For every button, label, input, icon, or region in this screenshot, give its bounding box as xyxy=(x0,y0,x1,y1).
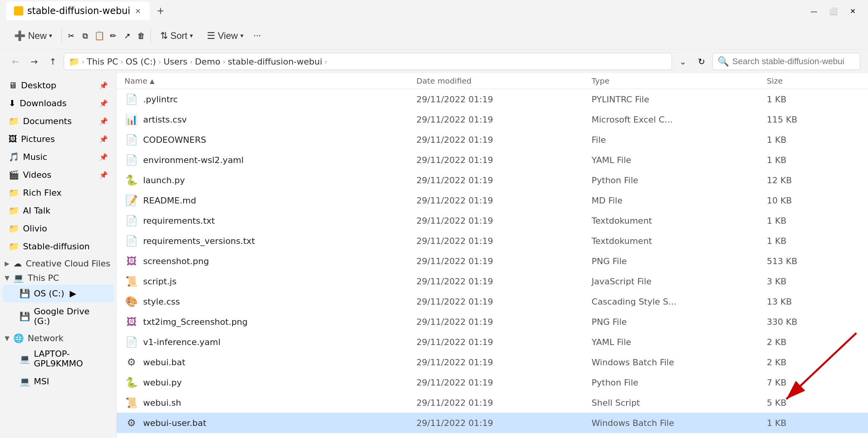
pictures-icon: 🖼 xyxy=(9,134,17,144)
table-row[interactable]: 📄 environment-wsl2.yaml 29/11/2022 01:19… xyxy=(117,150,868,170)
col-name-header[interactable]: Name ▲ xyxy=(124,76,416,86)
up-button[interactable]: ↑ xyxy=(45,54,61,69)
sort-button[interactable]: ⇅ Sort ▾ xyxy=(154,27,199,44)
table-row[interactable]: ⚙ webui.bat 29/11/2022 01:19 Windows Bat… xyxy=(117,352,868,372)
sort-icon: ⇅ xyxy=(160,30,168,41)
file-size: 1 KB xyxy=(767,135,860,145)
tab-close-button[interactable]: ✕ xyxy=(134,7,142,15)
share-button[interactable]: ↗ xyxy=(121,30,133,42)
new-tab-button[interactable]: + xyxy=(153,3,168,19)
file-date: 29/11/2022 01:19 xyxy=(416,196,592,205)
close-window-button[interactable]: ✕ xyxy=(844,3,862,19)
table-row[interactable]: 📝 README.md 29/11/2022 01:19 MD File 10 … xyxy=(117,190,868,210)
refresh-button[interactable]: ↻ xyxy=(694,54,709,69)
search-box[interactable]: 🔍 xyxy=(712,53,860,70)
forward-button[interactable]: → xyxy=(26,54,42,69)
sidebar-item-label-richflex: Rich Flex xyxy=(23,188,61,198)
sidebar-section-creative-cloud[interactable]: ▶ ☁ Creative Cloud Files xyxy=(0,256,116,270)
breadcrumb-sep-1: › xyxy=(121,58,123,66)
sidebar-item-stablediffusion[interactable]: 📁 Stable-diffusion xyxy=(2,238,114,255)
sidebar-item-music[interactable]: 🎵 Music 📌 xyxy=(2,148,114,166)
paste-button[interactable]: 📋 xyxy=(93,30,105,42)
sidebar-item-desktop[interactable]: 🖥 Desktop 📌 xyxy=(2,77,114,94)
table-row[interactable]: 📜 webui-user.sh 29/11/2022 01:19 Shell S… xyxy=(117,433,868,438)
sidebar-item-videos[interactable]: 🎬 Videos 📌 xyxy=(2,166,114,184)
pin-icon-desktop: 📌 xyxy=(99,81,108,89)
file-name-cell: 📄 CODEOWNERS xyxy=(124,133,416,147)
search-icon: 🔍 xyxy=(718,56,729,67)
table-row[interactable]: 📄 requirements.txt 29/11/2022 01:19 Text… xyxy=(117,210,868,231)
table-row[interactable]: 📜 webui.sh 29/11/2022 01:19 Shell Script… xyxy=(117,392,868,413)
maximize-button[interactable]: ⬜ xyxy=(824,3,842,19)
file-name-cell: 📊 artists.csv xyxy=(124,112,416,126)
table-row[interactable]: 🐍 webui.py 29/11/2022 01:19 Python File … xyxy=(117,372,868,392)
file-name: webui.sh xyxy=(143,398,181,408)
file-date: 29/11/2022 01:19 xyxy=(416,155,592,165)
table-row[interactable]: 📄 v1-inference.yaml 29/11/2022 01:19 YAM… xyxy=(117,332,868,352)
more-options-button[interactable]: ··· xyxy=(251,30,264,42)
file-size: 330 KB xyxy=(767,317,860,327)
col-size-header[interactable]: Size xyxy=(767,76,860,86)
table-row[interactable]: 🖼 screenshot.png 29/11/2022 01:19 PNG Fi… xyxy=(117,251,868,271)
expand-icon-network: ▼ xyxy=(5,335,9,342)
view-label: View xyxy=(218,30,238,41)
new-button[interactable]: ➕ New ▾ xyxy=(8,27,58,44)
sidebar-item-olivio[interactable]: 📁 Olivio xyxy=(2,220,114,237)
copy-button[interactable]: ⧉ xyxy=(79,30,91,42)
minimize-button[interactable]: — xyxy=(805,3,823,19)
view-button[interactable]: ☰ View ▾ xyxy=(201,27,250,44)
sidebar-item-richflex[interactable]: 📁 Rich Flex xyxy=(2,184,114,201)
sidebar-item-osc[interactable]: 💾 OS (C:) ▶ xyxy=(2,285,114,302)
search-input[interactable] xyxy=(732,56,855,67)
file-type-label: JavaScript File xyxy=(592,277,766,286)
file-size: 10 KB xyxy=(767,196,860,205)
table-row[interactable]: 🖼 txt2img_Screenshot.png 29/11/2022 01:1… xyxy=(117,312,868,332)
window-controls: — ⬜ ✕ xyxy=(805,3,862,19)
file-type-label: Shell Script xyxy=(592,398,766,408)
table-row[interactable]: 📜 script.js 29/11/2022 01:19 JavaScript … xyxy=(117,271,868,291)
sidebar-item-label-downloads: Downloads xyxy=(19,98,66,108)
back-button[interactable]: ← xyxy=(8,54,23,69)
col-date-label: Date modified xyxy=(416,76,472,86)
address-bar: ← → ↑ 📁 › This PC › OS (C:) › Users › De… xyxy=(0,50,868,73)
dropdown-button[interactable]: ⌄ xyxy=(675,54,691,69)
cut-button[interactable]: ✂ xyxy=(65,30,77,42)
breadcrumb-demo[interactable]: Demo xyxy=(195,57,220,67)
title-bar: stable-diffusion-webui ✕ + — ⬜ ✕ xyxy=(0,0,868,22)
file-size: 1 KB xyxy=(767,418,860,428)
breadcrumb-chevron-icon[interactable]: › xyxy=(325,58,327,66)
sidebar-section-network[interactable]: ▼ 🌐 Network xyxy=(0,330,116,345)
pin-icon-documents: 📌 xyxy=(99,117,108,125)
table-row[interactable]: 🐍 launch.py 29/11/2022 01:19 Python File… xyxy=(117,170,868,190)
breadcrumb-current[interactable]: stable-diffusion-webui xyxy=(228,57,322,67)
col-date-header[interactable]: Date modified xyxy=(416,76,592,86)
active-tab[interactable]: stable-diffusion-webui ✕ xyxy=(6,2,150,20)
rename-button[interactable]: ✏ xyxy=(107,30,119,42)
file-type-label: File xyxy=(592,135,766,145)
sidebar-item-downloads[interactable]: ⬇ Downloads 📌 xyxy=(2,95,114,112)
table-row[interactable]: 🎨 style.css 29/11/2022 01:19 Cascading S… xyxy=(117,291,868,312)
sidebar-item-aitalk[interactable]: 📁 AI Talk xyxy=(2,202,114,219)
col-type-header[interactable]: Type xyxy=(592,76,766,86)
sidebar-section-thispc[interactable]: ▼ 💻 This PC xyxy=(0,270,116,284)
sidebar-item-documents[interactable]: 📁 Documents 📌 xyxy=(2,112,114,130)
breadcrumb-osc[interactable]: OS (C:) xyxy=(126,57,156,67)
table-row[interactable]: 📄 CODEOWNERS 29/11/2022 01:19 File 1 KB xyxy=(117,130,868,150)
sidebar-item-msi[interactable]: 💻 MSI xyxy=(2,373,114,390)
breadcrumb[interactable]: 📁 › This PC › OS (C:) › Users › Demo › s… xyxy=(64,53,672,70)
table-row[interactable]: 📄 requirements_versions.txt 29/11/2022 0… xyxy=(117,231,868,251)
table-row[interactable]: 📄 .pylintrc 29/11/2022 01:19 PYLINTRC Fi… xyxy=(117,89,868,109)
file-type-icon: 🖼 xyxy=(124,315,138,329)
file-name-cell: 📄 environment-wsl2.yaml xyxy=(124,153,416,167)
file-name: script.js xyxy=(143,277,177,286)
sidebar-item-googledrive[interactable]: 💾 Google Drive (G:) xyxy=(2,303,114,330)
delete-button[interactable]: 🗑 xyxy=(135,30,147,42)
breadcrumb-thispc[interactable]: This PC xyxy=(87,57,118,67)
richflex-icon: 📁 xyxy=(9,188,19,198)
table-row[interactable]: 📊 artists.csv 29/11/2022 01:19 Microsoft… xyxy=(117,109,868,130)
breadcrumb-users[interactable]: Users xyxy=(163,57,187,67)
table-row[interactable]: ⚙ webui-user.bat 29/11/2022 01:19 Window… xyxy=(117,413,868,433)
sidebar-item-pictures[interactable]: 🖼 Pictures 📌 xyxy=(2,130,114,148)
sidebar-item-laptop[interactable]: 💻 LAPTOP-GPL9KMMO xyxy=(2,345,114,372)
file-date: 29/11/2022 01:19 xyxy=(416,95,592,104)
